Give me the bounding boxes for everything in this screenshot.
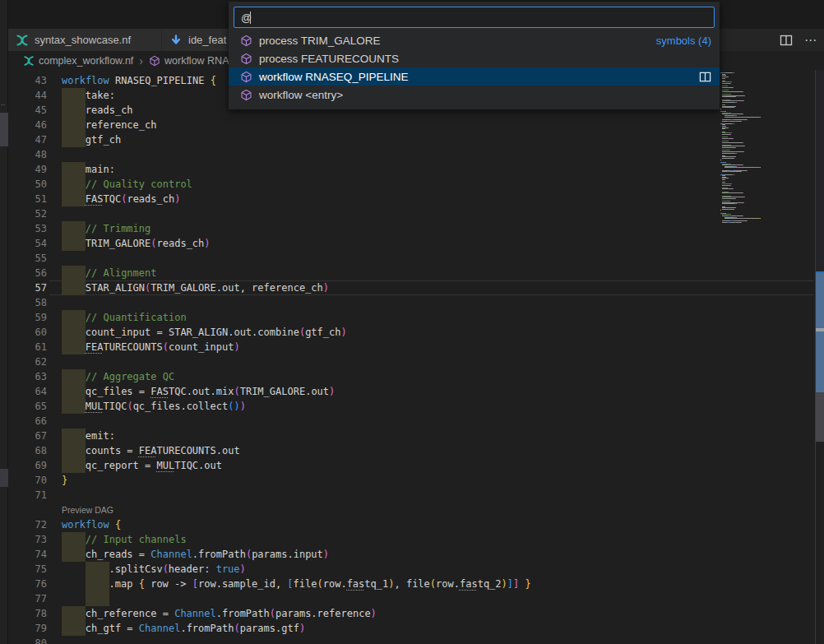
token: TURECOUNTS — [103, 341, 162, 353]
quick-open-input-wrap — [234, 7, 715, 28]
more-actions-icon[interactable]: ⋯ — [804, 34, 817, 47]
code-line[interactable] — [8, 354, 814, 369]
code-line[interactable] — [8, 591, 814, 606]
breadcrumb-separator: › — [137, 54, 145, 67]
code-line[interactable] — [8, 206, 814, 221]
code-line[interactable]: } — [8, 473, 814, 488]
code-line[interactable] — [8, 636, 814, 644]
quick-open-result[interactable]: process FEATURECOUNTS — [229, 49, 720, 67]
code-line[interactable]: main: — [8, 162, 814, 177]
code-line[interactable]: FASTQC(reads_ch) — [8, 192, 814, 206]
code-text: counts = FEATURECOUNTS.out — [86, 443, 240, 458]
code-line[interactable]: // Aggregate QC — [8, 369, 814, 384]
token: main: — [86, 164, 115, 175]
code-line[interactable]: ch_gtf = Channel.fromPath(params.gtf) — [8, 621, 814, 636]
token: ) — [340, 327, 346, 338]
token: ( — [127, 401, 132, 412]
code-editor[interactable]: 4344454647484950515253545556575859606162… — [8, 70, 824, 644]
code-line[interactable] — [8, 251, 814, 266]
code-line[interactable]: gtf_ch — [8, 132, 814, 147]
code-line[interactable]: counts = FEATURECOUNTS.out — [8, 443, 814, 458]
code-line[interactable]: .splitCsv(header: true) — [8, 562, 814, 577]
token: ] — [507, 578, 513, 590]
token: ) — [323, 282, 329, 294]
token: .splitCsv — [109, 563, 163, 575]
code-line[interactable]: STAR_ALIGN(TRIM_GALORE.out, reference_ch… — [8, 280, 814, 295]
breadcrumb-file[interactable]: complex_workflow.nf — [39, 55, 133, 67]
code-line[interactable]: ch_reads = Channel.fromPath(params.input… — [8, 547, 814, 562]
code-line[interactable]: TRIM_GALORE(reads_ch) — [8, 236, 814, 251]
split-editor-icon[interactable] — [699, 71, 711, 83]
codelens-preview-dag[interactable]: Preview DAG — [62, 503, 113, 517]
code-line[interactable]: reference_ch — [8, 118, 814, 132]
overview-ruler[interactable] — [816, 70, 824, 271]
code-line[interactable]: qc_report = MULTIQC.out — [8, 458, 814, 473]
code-line[interactable]: // Alignment — [8, 266, 814, 280]
quick-open-input[interactable] — [234, 7, 714, 27]
token: // Input channels — [86, 534, 187, 545]
split-editor-icon[interactable] — [780, 34, 793, 47]
code-text: // Alignment — [86, 266, 157, 280]
indent-highlight — [62, 221, 86, 236]
code-line[interactable]: // Trimming — [8, 221, 814, 236]
code-line[interactable]: .map { row -> [row.sample_id, [file(row.… — [8, 577, 814, 591]
token: [ — [192, 578, 198, 590]
indent-highlight — [62, 458, 86, 473]
minimap-line — [720, 224, 788, 225]
token: count_input = STAR_ALIGN.out.combine — [86, 327, 299, 338]
token: ) — [240, 401, 246, 412]
token: qc_files = — [86, 386, 150, 397]
token: { — [139, 578, 150, 590]
code-line[interactable] — [8, 295, 814, 310]
code-line[interactable]: qc_files = FASTQC.out.mix(TRIM_GALORE.ou… — [8, 384, 814, 399]
code-line[interactable]: workflow { — [8, 517, 814, 532]
minimap[interactable] — [720, 72, 788, 294]
code-line[interactable]: MULTIQC(qc_files.collect()) — [8, 399, 814, 414]
indent-highlight — [62, 132, 86, 147]
indent-highlight — [62, 236, 86, 251]
token: TIQC.out — [174, 460, 222, 471]
quick-open-result[interactable]: process TRIM_GALOREsymbols (4) — [229, 31, 720, 49]
code-line[interactable]: count_input = STAR_ALIGN.out.combine(gtf… — [8, 325, 814, 340]
quick-open-result[interactable]: workflow RNASEQ_PIPELINE — [229, 67, 720, 86]
scrollbar-thumb[interactable] — [816, 392, 824, 442]
indent-highlight — [62, 429, 86, 443]
code-line[interactable] — [8, 414, 814, 429]
rail-thumb[interactable] — [0, 113, 8, 146]
nextflow-icon — [16, 34, 29, 47]
symbols-count-link[interactable]: symbols (4) — [656, 35, 711, 47]
indent-highlight — [62, 162, 86, 177]
token: ) — [299, 623, 305, 634]
token: reads_ch — [86, 104, 133, 116]
code-line[interactable]: // Quantification — [8, 310, 814, 325]
token: } — [519, 578, 530, 590]
code-text: gtf_ch — [86, 132, 121, 147]
code-text: count_input = STAR_ALIGN.out.combine(gtf… — [86, 325, 347, 340]
token: { — [211, 75, 216, 86]
quick-open-result[interactable]: workflow <entry> — [229, 86, 720, 104]
token: ) — [234, 341, 239, 353]
code-text: TRIM_GALORE(reads_ch) — [86, 236, 211, 251]
token: ( — [270, 608, 275, 619]
code-line[interactable] — [8, 488, 814, 503]
code-line[interactable]: FEATURECOUNTS(count_input) — [8, 340, 814, 354]
token: , — [394, 578, 405, 590]
token: ( — [150, 238, 156, 249]
token: counts = — [86, 445, 139, 456]
token: Channel — [150, 549, 192, 560]
token: // Quality control — [86, 178, 192, 190]
code-line[interactable]: // Quality control — [8, 177, 814, 192]
tab-syntax-showcase[interactable]: syntax_showcase.nf — [8, 29, 161, 51]
code-line[interactable]: ch_reference = Channel.fromPath(params.r… — [8, 606, 814, 621]
code-line[interactable] — [8, 147, 814, 162]
code-area[interactable]: workflow RNASEQ_PIPELINE {take:reads_chr… — [8, 70, 814, 644]
result-label: workflow <entry> — [259, 89, 343, 101]
code-text: // Aggregate QC — [86, 369, 174, 384]
code-line[interactable]: emit: — [8, 429, 814, 443]
token: gtf_ch — [305, 327, 340, 338]
rail-overflow-dots: ‥ — [1, 100, 6, 107]
tab-label: syntax_showcase.nf — [35, 34, 131, 46]
rail-thumb[interactable] — [0, 469, 8, 487]
code-line[interactable]: // Input channels — [8, 532, 814, 547]
token: workflow — [62, 519, 115, 530]
